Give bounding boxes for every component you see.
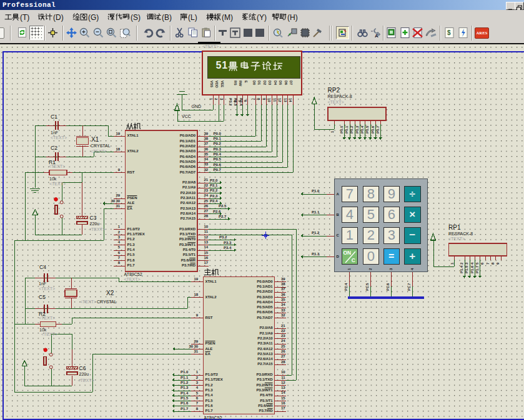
svg-text:A: A [375,33,378,38]
svg-text:$: $ [447,29,451,36]
